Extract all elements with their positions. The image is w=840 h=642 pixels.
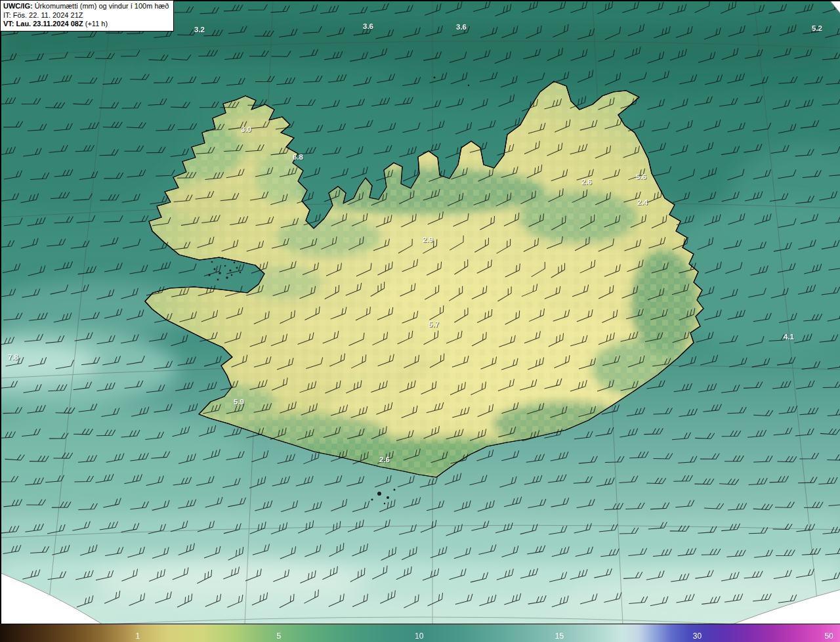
map-value-label: 2.9 — [423, 236, 433, 244]
map-value-label: 3.0 — [241, 125, 251, 133]
valid-label: VT: — [3, 20, 14, 28]
colorbar-tick-1: 1 — [136, 632, 140, 640]
map-value-label: 3.2 — [194, 26, 205, 33]
map-value-label: 2.4 — [637, 198, 648, 206]
map-value-label: 5.6 — [636, 173, 646, 181]
product-title: UWC/IG: Úrkomumætti (mm) og vindur í 100… — [3, 2, 169, 11]
title-box: UWC/IG: Úrkomumætti (mm) og vindur í 100… — [0, 0, 174, 32]
map-value-label: 5.9 — [234, 398, 244, 406]
init-time: IT: Fös. 22. 11. 2024 21Z — [3, 11, 169, 20]
product-label: UWC/IG: — [3, 2, 33, 10]
valid-text: Lau. 23.11.2024 08Z — [14, 20, 83, 28]
weather-map-canvas: 3.23.23.63.63.63.65.25.23.03.06.86.82.62… — [1, 1, 840, 624]
colorbar-tick-30: 30 — [693, 632, 702, 640]
map-value-label: 3.6 — [363, 22, 373, 30]
product-text: Úrkomumætti (mm) og vindur í 100m hæð — [33, 2, 169, 10]
colorbar-tick-5: 5 — [277, 632, 282, 640]
valid-time: VT: Lau. 23.11.2024 08Z (+11 h) — [3, 20, 169, 29]
map-value-label: 7.8 — [8, 353, 19, 361]
weather-map-page: 3.23.23.63.63.63.65.25.23.03.06.86.82.62… — [0, 0, 840, 642]
precip-colorbar: 1510153050 — [0, 624, 840, 642]
valid-suffix: (+11 h) — [83, 20, 108, 28]
map-value-label: 6.8 — [293, 153, 304, 161]
map-value-label: 3.6 — [456, 23, 467, 31]
map-value-label: 5.7 — [429, 320, 439, 328]
colorbar-tick-50: 50 — [824, 632, 833, 640]
colorbar-tick-15: 15 — [555, 632, 564, 640]
colorbar-tick-10: 10 — [415, 632, 423, 640]
map-value-label: 5.2 — [812, 24, 822, 32]
map-value-label: 2.6 — [581, 178, 592, 186]
map-value-label: 2.6 — [379, 456, 390, 463]
map-value-label: 4.1 — [784, 333, 795, 341]
map-area: 3.23.23.63.63.63.65.25.23.03.06.86.82.62… — [0, 0, 840, 624]
